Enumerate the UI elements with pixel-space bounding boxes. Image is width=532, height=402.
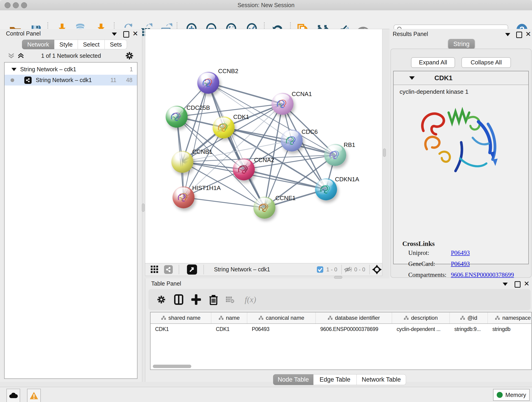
table-toolbar: f(x)	[148, 289, 531, 310]
column-header--id[interactable]: @id	[450, 313, 488, 323]
expand-all-networks-icon[interactable]	[17, 52, 24, 60]
cytoscape-window: Session: New Session	[0, 0, 532, 402]
column-header-namespace[interactable]: namespace	[488, 313, 532, 323]
table-cell[interactable]: 9606.ENSP00000378699	[316, 326, 392, 332]
column-header-name[interactable]: name	[211, 313, 247, 323]
node-label-hist1h1a: HIST1H1A	[192, 185, 221, 191]
results-panel-title: Results Panel	[393, 31, 428, 37]
vertical-splitter-left[interactable]	[142, 204, 145, 212]
tab-network-table[interactable]: Network Table	[357, 374, 406, 385]
network-row[interactable]: String Network – cdk1 11 48	[5, 75, 137, 85]
table-cell[interactable]: P06493	[247, 326, 316, 332]
crosslink-row: Uniprot:P06493	[408, 249, 528, 256]
vertical-splitter-right[interactable]	[383, 148, 386, 157]
collapse-all-button[interactable]: Collapse All	[462, 57, 511, 68]
crosslink-link[interactable]: P06493	[451, 249, 470, 256]
table-cell[interactable]: stringdb:9...	[450, 326, 488, 332]
show-columns-icon[interactable]	[172, 293, 185, 306]
network-edge[interactable]	[184, 83, 208, 197]
gene-entry-panel: CDK1 cyclin-dependent kinase 1	[393, 71, 529, 264]
network-label: String Network – cdk1	[36, 77, 92, 83]
network-node-cdc6[interactable]	[281, 129, 303, 152]
edge-count: 48	[126, 77, 133, 83]
node-label-ccne1: CCNE1	[275, 195, 296, 202]
collection-count: 1	[130, 66, 133, 73]
collapse-all-networks-icon[interactable]	[8, 52, 15, 60]
results-panel-float-icon[interactable]	[516, 32, 522, 38]
canvasbar-separator	[179, 265, 179, 274]
network-node-hist1h1a[interactable]	[172, 186, 195, 208]
function-builder-button: f(x)	[240, 293, 261, 306]
table-options-gear-icon[interactable]	[155, 293, 168, 306]
table-panel-close-icon[interactable]: ✕	[524, 281, 530, 287]
open-in-string-icon[interactable]	[187, 264, 197, 274]
network-node-ccne1[interactable]	[253, 197, 275, 219]
sphere-highlight	[169, 107, 184, 115]
create-column-icon[interactable]	[190, 293, 203, 306]
gene-entry-header[interactable]: CDK1	[394, 71, 528, 85]
selected-checkbox-icon[interactable]	[317, 266, 323, 274]
tab-style[interactable]: Style	[54, 40, 78, 49]
network-node-ccnb1[interactable]	[171, 151, 193, 173]
table-cell[interactable]: CDK1	[151, 326, 211, 332]
network-node-ccna2[interactable]	[233, 158, 255, 180]
column-header-shared-name[interactable]: shared name	[151, 313, 211, 323]
network-node-rb1[interactable]	[324, 144, 346, 166]
table-panel-collapse-icon[interactable]	[503, 283, 508, 286]
column-header-description[interactable]: description	[392, 313, 450, 323]
network-node-cdc25b[interactable]	[166, 106, 188, 128]
network-node-ccnb2[interactable]	[197, 72, 219, 94]
warning-icon[interactable]	[27, 389, 41, 402]
horizontal-splitter[interactable]	[334, 276, 342, 279]
crosslink-link[interactable]: P06493	[451, 260, 470, 268]
tab-node-table[interactable]: Node Table	[273, 374, 313, 385]
network-node-cdk1[interactable]	[213, 116, 234, 138]
table-panel-float-icon[interactable]	[515, 281, 520, 288]
control-panel-float-icon[interactable]	[123, 31, 129, 38]
sphere-highlight	[216, 118, 230, 125]
horizontal-scrollbar-thumb[interactable]	[153, 365, 191, 368]
cloud-icon[interactable]	[6, 389, 20, 402]
results-panel-collapse-icon[interactable]	[505, 33, 510, 36]
network-edge[interactable]	[184, 197, 264, 208]
birdseye-view-icon[interactable]	[151, 266, 158, 274]
tab-network[interactable]: Network	[22, 40, 54, 49]
tab-sets[interactable]: Sets	[105, 40, 127, 49]
delete-column-trash-icon[interactable]	[207, 293, 220, 306]
sphere-highlight	[257, 198, 271, 206]
table-cell[interactable]: stringdb	[488, 326, 532, 332]
column-header-database-identifier[interactable]: database identifier	[316, 313, 392, 323]
string-style-icon[interactable]	[164, 265, 173, 274]
control-panel-collapse-icon[interactable]	[112, 32, 117, 36]
network-options-gear-icon[interactable]	[125, 51, 134, 61]
crosslink-link[interactable]: 9606.ENSP00000378699	[451, 271, 514, 279]
crosslinks-title: CrossLinks	[402, 240, 528, 248]
tab-string[interactable]: String	[448, 39, 475, 49]
network-node-ccna1[interactable]	[272, 93, 293, 115]
protein-structure-image	[414, 96, 510, 191]
table-panel-title: Table Panel	[151, 280, 181, 287]
tab-select[interactable]: Select	[78, 40, 105, 49]
tab-edge-table[interactable]: Edge Table	[313, 374, 357, 385]
control-panel: Control Panel ✕ Network Style Select Set…	[0, 29, 142, 382]
column-type-icon	[328, 316, 333, 320]
memory-button[interactable]: Memory	[493, 389, 530, 401]
fit-selected-crosshair-icon[interactable]	[372, 265, 382, 275]
gene-expander-icon[interactable]	[409, 76, 415, 80]
column-header-canonical-name[interactable]: canonical name	[247, 313, 316, 323]
table-cell[interactable]: cyclin-dependent ...	[392, 326, 450, 332]
title-bar[interactable]: Session: New Session	[0, 0, 532, 11]
table-tabs: Node Table Edge Table Network Table	[273, 374, 406, 385]
network-node-cdkn1a[interactable]	[315, 178, 337, 200]
network-collection-row[interactable]: String Network – cdk1 1	[5, 64, 137, 75]
expand-all-button[interactable]: Expand All	[411, 57, 455, 68]
control-panel-close-icon[interactable]: ✕	[133, 31, 138, 37]
results-panel: Results Panel ✕ String Expand All Collap…	[389, 29, 532, 279]
network-viewport[interactable]: CCNB2CCNA1CDC25BCDK1CDC6RB1CCNB1CCNA2CDK…	[145, 29, 382, 264]
hidden-counts: 0 - 0	[354, 266, 365, 273]
table-panel: Table Panel ✕ f(x) shared	[145, 279, 532, 382]
table-row[interactable]: CDK1CDK1P064939606.ENSP00000378699cyclin…	[151, 324, 531, 334]
table-cell[interactable]: CDK1	[211, 326, 247, 332]
tree-expander-icon[interactable]	[12, 68, 17, 71]
results-panel-close-icon[interactable]: ✕	[525, 32, 531, 37]
